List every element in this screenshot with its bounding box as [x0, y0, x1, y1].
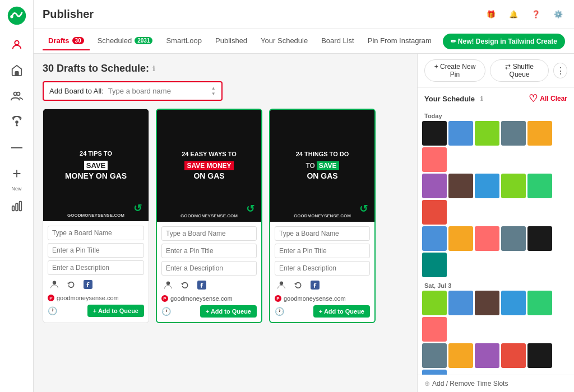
schedule-thumb[interactable] [448, 291, 473, 315]
pin-title-input-1[interactable] [48, 243, 144, 258]
refresh-icon-3[interactable] [291, 278, 305, 292]
schedule-thumb[interactable] [422, 147, 447, 172]
schedule-thumb[interactable] [501, 226, 526, 251]
arrow-up-icon[interactable]: ▲ [211, 86, 216, 91]
schedule-thumb[interactable] [527, 343, 552, 368]
tab-published[interactable]: Published [210, 32, 253, 50]
refresh-icon-2[interactable] [178, 278, 192, 292]
schedule-thumb[interactable] [501, 291, 526, 315]
pin-board-input-2[interactable] [161, 226, 257, 241]
schedule-thumb[interactable] [527, 226, 552, 251]
sidebar-item-broadcast[interactable] [6, 111, 28, 133]
schedule-footer[interactable]: ⊕ Add / Remove Time Slots [418, 375, 574, 392]
schedule-thumb[interactable] [501, 174, 526, 198]
pin-board-input-3[interactable] [275, 226, 370, 241]
schedule-thumb[interactable] [422, 343, 447, 368]
facebook-icon-1[interactable] [81, 278, 95, 291]
top-bar-icons: 🎁 🔔 ❓ ⚙️ [484, 8, 565, 21]
svg-rect-3 [15, 72, 18, 76]
schedule-thumb[interactable] [422, 174, 447, 198]
help-icon[interactable]: ❓ [529, 8, 543, 21]
clock-icon-3[interactable]: 🕐 [275, 307, 284, 316]
schedule-thumb[interactable] [422, 317, 447, 342]
facebook-icon-3[interactable] [308, 278, 322, 292]
pin-title-input-3[interactable] [275, 244, 370, 258]
pin-desc-input-2[interactable] [161, 261, 257, 276]
settings-icon[interactable]: ⚙️ [552, 8, 565, 21]
your-schedule-header: Your Schedule ℹ ♡ All Clear [418, 88, 574, 109]
schedule-thumb[interactable] [475, 121, 499, 146]
add-remove-timeslots-label: Add / Remove Time Slots [432, 380, 508, 388]
all-clear-button[interactable]: ♡ All Clear [529, 92, 567, 105]
add-to-queue-btn-2[interactable]: + Add to Queue [200, 305, 257, 318]
schedule-thumb[interactable] [475, 291, 499, 315]
schedule-thumb[interactable] [422, 370, 447, 375]
create-new-pin-button[interactable]: + Create New Pin [424, 59, 485, 82]
schedule-thumb[interactable] [475, 174, 499, 198]
schedule-thumb[interactable] [422, 200, 447, 225]
svg-point-6 [16, 121, 18, 123]
schedule-thumb[interactable] [475, 226, 499, 251]
pin-card-3: 24 THINGS TO DO TO SAVE ON GAS GOODMONEY… [269, 109, 376, 323]
pin-desc-input-1[interactable] [48, 260, 144, 275]
pin-desc-input-3[interactable] [275, 261, 370, 276]
clock-icon-1[interactable]: 🕐 [48, 306, 57, 315]
schedule-thumb[interactable] [422, 291, 447, 315]
person-icon-1[interactable] [48, 278, 61, 291]
schedule-thumb[interactable] [422, 226, 447, 251]
more-options-button[interactable]: ⋮ [553, 63, 567, 78]
pin-card-3-body: P goodmoneysense.com 🕐 + Add to Queue [270, 222, 374, 322]
person-icon-2[interactable] [161, 278, 175, 292]
shuffle-queue-button[interactable]: ⇄ Shuffle Queue [490, 59, 549, 82]
content-area: 30 Drafts to Schedule: ℹ Add Board to Al… [34, 54, 574, 392]
tab-pin-from-instagram[interactable]: Pin From Instagram [362, 32, 437, 50]
sidebar-item-user[interactable] [6, 34, 28, 56]
schedule-thumb[interactable] [475, 343, 499, 368]
right-sidebar: + Create New Pin ⇄ Shuffle Queue ⋮ Your … [417, 54, 574, 392]
pin-source-2: P goodmoneysense.com [161, 295, 257, 302]
schedule-content: Today [418, 109, 574, 375]
refresh-icon-1[interactable] [64, 278, 78, 291]
sidebar-item-people[interactable] [6, 85, 28, 108]
facebook-icon-2[interactable] [195, 278, 209, 292]
tab-smartloop[interactable]: SmartLoop [160, 32, 207, 50]
sidebar-item-analytics[interactable] [6, 195, 28, 217]
bell-icon[interactable]: 🔔 [507, 8, 520, 21]
schedule-row-today-2 [422, 174, 570, 225]
app-logo[interactable] [6, 4, 28, 27]
tab-board-list[interactable]: Board List [316, 32, 360, 50]
info-icon[interactable]: ℹ [152, 64, 155, 73]
schedule-thumb[interactable] [501, 121, 526, 146]
add-to-queue-btn-1[interactable]: + Add to Queue [87, 305, 144, 317]
schedule-row-sat-1 [422, 291, 570, 342]
schedule-info-icon[interactable]: ℹ [480, 95, 483, 102]
add-board-label: Add Board to All: [49, 87, 104, 95]
schedule-thumb[interactable] [448, 226, 473, 251]
gift-icon[interactable]: 🎁 [484, 8, 498, 21]
schedule-thumb[interactable] [501, 343, 526, 368]
person-icon-3[interactable] [275, 278, 288, 292]
tab-scheduled[interactable]: Scheduled 2031 [92, 32, 159, 50]
schedule-thumb[interactable] [448, 121, 473, 146]
arrow-down-icon[interactable]: ▼ [211, 91, 216, 97]
schedule-thumb[interactable] [448, 174, 473, 198]
sidebar-item-new[interactable] [6, 162, 28, 185]
pin-board-input-1[interactable] [48, 226, 144, 240]
schedule-thumb[interactable] [422, 253, 447, 277]
schedule-thumb[interactable] [422, 121, 447, 146]
sidebar-item-line [6, 137, 28, 159]
day-label-sat-jul3: Sat, Jul 3 [422, 279, 570, 291]
add-board-input[interactable] [108, 87, 209, 95]
sidebar-item-home[interactable] [6, 59, 28, 82]
schedule-thumb[interactable] [527, 121, 552, 146]
schedule-thumb[interactable] [527, 291, 552, 315]
pin-footer-2: 🕐 + Add to Queue [161, 305, 257, 318]
schedule-thumb[interactable] [448, 343, 473, 368]
tab-your-schedule[interactable]: Your Schedule [255, 32, 313, 50]
clock-icon-2[interactable]: 🕐 [161, 307, 171, 316]
pin-title-input-2[interactable] [161, 244, 257, 258]
tab-drafts[interactable]: Drafts 30 [43, 32, 90, 50]
add-to-queue-btn-3[interactable]: + Add to Queue [313, 305, 370, 318]
new-design-button[interactable]: ✏ New! Design in Tailwind Create [443, 34, 565, 49]
schedule-thumb[interactable] [527, 174, 552, 198]
